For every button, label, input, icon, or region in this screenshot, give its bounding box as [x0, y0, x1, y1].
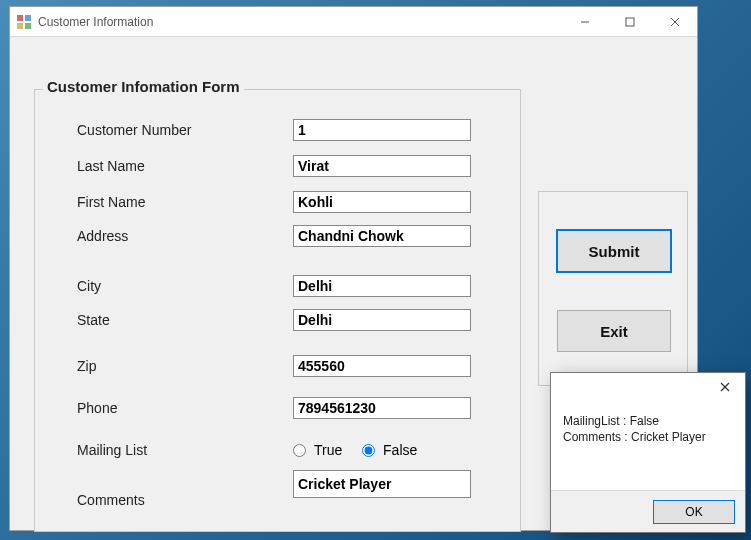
- input-state[interactable]: [293, 309, 471, 331]
- row-phone: Phone: [77, 396, 497, 420]
- svg-rect-5: [626, 18, 634, 26]
- row-first-name: First Name: [77, 190, 497, 214]
- titlebar: Customer Information: [10, 7, 697, 37]
- label-first-name: First Name: [77, 194, 293, 210]
- svg-rect-3: [25, 23, 31, 29]
- message-line-2: Comments : Cricket Player: [563, 429, 733, 445]
- label-phone: Phone: [77, 400, 293, 416]
- input-phone[interactable]: [293, 397, 471, 419]
- radio-false-label: False: [383, 442, 417, 458]
- label-mailing-list: Mailing List: [77, 442, 293, 458]
- label-city: City: [77, 278, 293, 294]
- radio-mailing-true[interactable]: [293, 444, 306, 457]
- radio-true-label: True: [314, 442, 342, 458]
- message-box-close[interactable]: [705, 373, 745, 401]
- submit-button[interactable]: Submit: [557, 230, 671, 272]
- window-title: Customer Information: [38, 15, 153, 29]
- group-title: Customer Infomation Form: [43, 78, 244, 95]
- close-button[interactable]: [652, 7, 697, 36]
- svg-rect-1: [25, 15, 31, 21]
- label-last-name: Last Name: [77, 158, 293, 174]
- message-box-footer: OK: [551, 490, 745, 532]
- input-zip[interactable]: [293, 355, 471, 377]
- row-zip: Zip: [77, 354, 497, 378]
- row-address: Address: [77, 224, 497, 248]
- label-zip: Zip: [77, 358, 293, 374]
- window-buttons: [562, 7, 697, 36]
- customer-form-group: Customer Infomation Form Customer Number…: [34, 89, 521, 532]
- input-customer-number[interactable]: [293, 119, 471, 141]
- svg-rect-2: [17, 23, 23, 29]
- input-last-name[interactable]: [293, 155, 471, 177]
- row-last-name: Last Name: [77, 154, 497, 178]
- side-panel: Submit Exit: [538, 191, 688, 386]
- input-city[interactable]: [293, 275, 471, 297]
- input-address[interactable]: [293, 225, 471, 247]
- input-first-name[interactable]: [293, 191, 471, 213]
- svg-rect-0: [17, 15, 23, 21]
- row-customer-number: Customer Number: [77, 118, 497, 142]
- message-box: MailingList : False Comments : Cricket P…: [550, 372, 746, 533]
- row-city: City: [77, 274, 497, 298]
- label-address: Address: [77, 228, 293, 244]
- label-customer-number: Customer Number: [77, 122, 293, 138]
- maximize-button[interactable]: [607, 7, 652, 36]
- message-line-1: MailingList : False: [563, 413, 733, 429]
- message-box-ok-button[interactable]: OK: [653, 500, 735, 524]
- radio-mailing-false[interactable]: [362, 444, 375, 457]
- row-mailing-list: Mailing List True False: [77, 438, 497, 462]
- app-icon: [16, 14, 32, 30]
- message-box-body: MailingList : False Comments : Cricket P…: [551, 401, 745, 490]
- minimize-button[interactable]: [562, 7, 607, 36]
- label-comments: Comments: [77, 492, 293, 508]
- mailing-list-radios: True False: [293, 442, 417, 458]
- row-state: State: [77, 308, 497, 332]
- label-state: State: [77, 312, 293, 328]
- exit-button[interactable]: Exit: [557, 310, 671, 352]
- input-comments[interactable]: [293, 470, 471, 498]
- message-box-titlebar: [551, 373, 745, 401]
